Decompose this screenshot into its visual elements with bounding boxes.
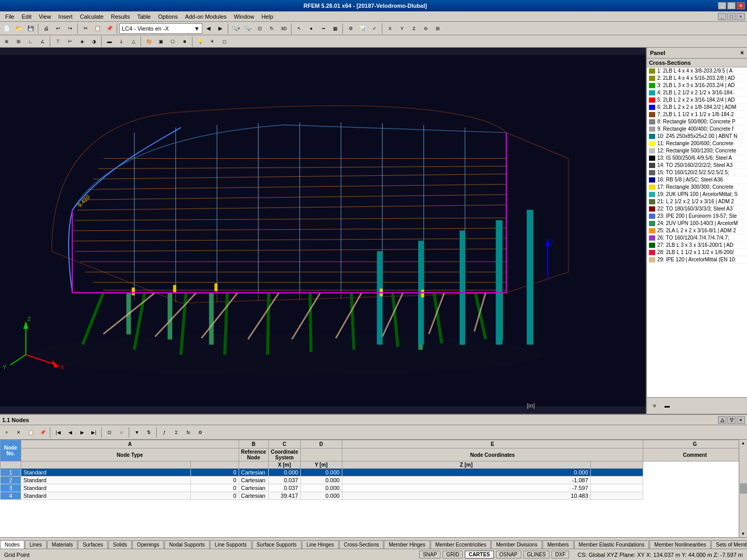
tb2-grid[interactable]: ⊞ [13,36,24,47]
cs-item-25[interactable]: 28: 2LB L 1 1/2 x 1 1/2 x 1/8-200/ [647,249,747,256]
cs-item-14[interactable]: 15: TO 160/120/2.5/2.5/2.5/2.5; [647,169,747,176]
ttb-formula2[interactable]: Σ [171,427,182,438]
tb-fit[interactable]: ⊡ [254,23,266,34]
cs-item-10[interactable]: 11: Rectangle 200/600; Concrete [647,140,747,147]
ttb-paste[interactable]: 📌 [37,427,48,438]
tab-solids[interactable]: Solids [108,540,132,549]
tb-y-axis[interactable]: Y [396,23,408,34]
tb-redo[interactable]: ↪ [64,23,76,34]
ttb-formula[interactable]: ƒ [159,427,170,438]
cs-item-22[interactable]: 25: 2LA L 2 x 2 x 3/16-8/1 | ADM 2 [647,227,747,234]
scroll-up-btn[interactable]: ▲ [739,440,747,446]
ttb-select-all[interactable]: ⊡ [104,427,115,438]
table-close-btn[interactable]: × [737,416,745,424]
table-row[interactable]: 2 Standard 0 Cartesian 0.037 0.000 -1.08… [1,477,747,484]
status-grid[interactable]: GRID [442,551,463,558]
tab-member-divisions[interactable]: Member Divisions [491,540,542,549]
tb2-light[interactable]: 💡 [195,36,206,47]
ttb-next[interactable]: ▶ [76,427,88,438]
cs-item-24[interactable]: 27: 2LB L 3 x 3 x 3/16-200/1 | AD [647,242,747,249]
cs-item-11[interactable]: 12: Rectangle 500/1200; Concrete [647,147,747,155]
cs-item-1[interactable]: 2: 2LB L 4 x 4 x 5/16-203.2/8 | AD [647,75,747,82]
tb-z-axis[interactable]: Z [408,23,420,34]
ttb-first[interactable]: |◀ [52,427,64,438]
tab-member-elastic-foundations[interactable]: Member Elastic Foundations [574,540,649,549]
tb2-color[interactable]: 🎨 [143,36,155,47]
tab-surfaces[interactable]: Surfaces [78,540,107,549]
tb-print[interactable]: 🖨 [40,23,52,34]
tb-save[interactable]: 💾 [25,23,36,34]
table-down-btn[interactable]: ▽ [727,416,736,424]
viewport-3d[interactable]: 9.420 Z Z X Y [m] [0,48,646,414]
tb-open[interactable]: 📂 [13,23,24,34]
menu-calculate[interactable]: Calculate [77,12,107,21]
tb2-render2[interactable]: ▣ [155,36,167,47]
tb2-shadow[interactable]: ☀ [206,36,218,47]
tb-copy[interactable]: 📋 [92,23,103,34]
cs-item-15[interactable]: 16: RB 5/8 | AISC; Steel A36 [647,176,747,184]
cs-item-2[interactable]: 3: 2LB L 3 x 3 x 3/16-203.2/4 | AD [647,82,747,89]
tb-next[interactable]: ▶ [215,23,226,34]
cs-item-23[interactable]: 26: TO 160/120/4.7/4.7/4.7/4.7; [647,234,747,242]
tb2-snap[interactable]: ⊕ [1,36,12,47]
tb-cut[interactable]: ✂ [80,23,91,34]
menu-view[interactable]: View [36,12,54,21]
panel-chart-icon[interactable]: ▬ [661,400,673,412]
menu-window[interactable]: Window [231,12,257,21]
cs-item-3[interactable]: 4: 2LB L 2 1/2 x 2 1/2 x 3/16-184. [647,89,747,96]
status-glines[interactable]: GLINES [523,551,550,558]
ttb-calc[interactable]: ⚙ [195,427,206,438]
cs-item-8[interactable]: 9: Rectangle 400/400; Concrete f [647,125,747,133]
tab-openings[interactable]: Openings [132,540,164,549]
tb-mirror[interactable]: ⊞ [432,23,444,34]
menu-table[interactable]: Table [134,12,154,21]
ttb-prev[interactable]: ◀ [64,427,76,438]
cs-item-5[interactable]: 6: 2LB L 2 x 2 x 1/8-184.2/2 | ADM [647,104,747,111]
ttb-sort[interactable]: ⇅ [143,427,155,438]
ttb-filter[interactable]: ▼ [131,427,143,438]
status-dxf[interactable]: DXF [551,551,569,558]
cs-item-7[interactable]: 8: Rectangle 500/800; Concrete P [647,118,747,125]
app-close[interactable]: × [737,13,745,20]
tab-surface-supports[interactable]: Surface Supports [252,540,301,549]
tab-lines[interactable]: Lines [25,540,47,549]
cs-item-20[interactable]: 23: IPE 200 | Euronorm 19-57; Ste [647,213,747,220]
menu-options[interactable]: Options [155,12,181,21]
ttb-add[interactable]: + [1,427,12,438]
cs-item-26[interactable]: 29: IPE 120 | ArcelorMittal (EN 10: [647,256,747,263]
app-minimize[interactable]: _ [718,13,726,20]
cs-item-12[interactable]: 13: IS 500/250/6.4/9.5/6; Steel A [647,155,747,162]
tab-materials[interactable]: Materials [47,540,78,549]
tb-section[interactable]: ⊖ [420,23,432,34]
tab-line-supports[interactable]: Line Supports [210,540,252,549]
window-controls[interactable]: _ □ × [718,2,745,9]
ttb-delete[interactable]: ✕ [13,427,24,438]
tab-member-hinges[interactable]: Member Hinges [384,540,430,549]
menu-insert[interactable]: Insert [55,12,76,21]
tb-undo[interactable]: ↩ [52,23,64,34]
scroll-down-btn[interactable]: ▼ [739,530,747,537]
ttb-copy[interactable]: 📋 [25,427,36,438]
tb-prev[interactable]: ◀ [203,23,214,34]
tab-line-hinges[interactable]: Line Hinges [302,540,339,549]
app-restore[interactable]: □ [727,13,736,20]
maximize-button[interactable]: □ [727,2,736,9]
panel-table-icon[interactable]: ≡ [649,400,660,412]
tb2-angle[interactable]: ∠ [37,36,48,47]
tab-nodes[interactable]: Nodes [0,540,24,549]
menu-edit[interactable]: Edit [19,12,35,21]
cs-item-18[interactable]: 21: L 2 1/2 x 2 1/2 x 3/16 | ADM 2 [647,198,747,205]
tb2-support[interactable]: △ [128,36,139,47]
cs-item-16[interactable]: 17: Rectangle 300/300; Concrete [647,184,747,191]
data-table-container[interactable]: NodeNo. A B C D E G Node Type ReferenceN… [0,440,747,537]
tb-3d[interactable]: 3D [278,23,289,34]
tab-member-eccentricities[interactable]: Member Eccentricities [431,540,491,549]
tb-rotate[interactable]: ↻ [266,23,278,34]
tb-results[interactable]: 📊 [357,23,368,34]
cs-item-4[interactable]: 5: 2LB L 2 x 2 x 3/16-184.2/4 | AD [647,96,747,104]
tb-paste[interactable]: 📌 [104,23,115,34]
tb2-wire[interactable]: ⬡ [167,36,178,47]
tb-new[interactable]: 📄 [1,23,12,34]
load-case-dropdown[interactable]: LC4 - Viento en -X ▼ [119,23,202,34]
tab-nodal-supports[interactable]: Nodal Supports [164,540,210,549]
